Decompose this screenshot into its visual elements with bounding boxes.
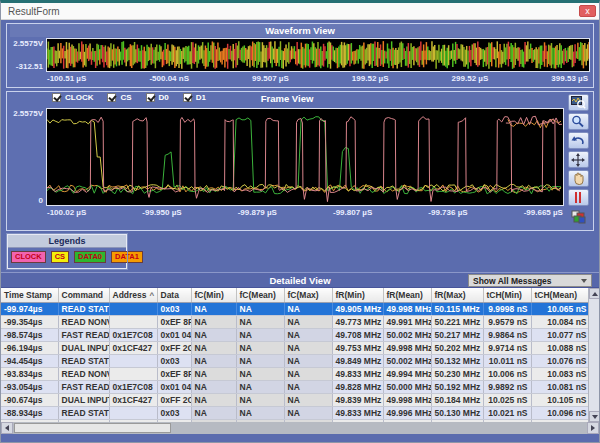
- table-cell: NA: [284, 367, 332, 380]
- table-cell: 49.998 MHz: [383, 393, 431, 406]
- column-header[interactable]: fR(Max): [431, 288, 483, 302]
- channel-checkbox-group: CLOCKCSD0D1: [52, 93, 206, 102]
- table-cell: READ STATUS R...: [58, 302, 109, 315]
- table-cell: 10.077 nS: [531, 328, 590, 341]
- table-cell: NA: [191, 380, 236, 393]
- table-cell: 49.708 MHz: [332, 328, 383, 341]
- waveform-plot[interactable]: [46, 38, 590, 72]
- table-cell: 10.076 nS: [531, 354, 590, 367]
- table-cell: -99.354µs: [1, 315, 58, 328]
- column-header[interactable]: fC(Min): [191, 288, 236, 302]
- table-cell: NA: [236, 393, 284, 406]
- arrow-up-icon: [592, 292, 598, 296]
- table-cell: DUAL INPUT/OU...: [58, 341, 109, 354]
- table-row[interactable]: -93.054µsFAST READ (0Bh)0x1E7C080x01 04 …: [1, 380, 590, 393]
- y-axis-max-label: 2.5575V: [10, 109, 43, 118]
- table-cell: 50.132 MHz: [431, 354, 483, 367]
- column-header[interactable]: fC(Max): [284, 288, 332, 302]
- table-cell: NA: [284, 354, 332, 367]
- table-row[interactable]: -99.974µsREAD STATUS R...0x03NANANA49.90…: [1, 302, 590, 315]
- horizontal-scrollbar[interactable]: [1, 422, 599, 434]
- move-button[interactable]: [568, 151, 589, 168]
- table-cell: NA: [284, 302, 332, 315]
- cursors-button[interactable]: [568, 189, 589, 206]
- palette-button[interactable]: [568, 208, 589, 225]
- table-cell: [109, 302, 157, 315]
- cursors-icon: [572, 191, 584, 204]
- table-cell: 49.753 MHz: [332, 341, 383, 354]
- table-cell: NA: [284, 406, 332, 419]
- table-cell: NA: [191, 393, 236, 406]
- scroll-down-button[interactable]: [589, 411, 599, 422]
- table-cell: 0xEF 8F: [157, 315, 191, 328]
- zoom-button[interactable]: [568, 113, 589, 130]
- scroll-left-button[interactable]: [1, 422, 13, 434]
- table-cell: 50.115 MHz: [431, 302, 483, 315]
- zoom-select-icon: [571, 96, 586, 109]
- channel-checkbox-cs[interactable]: CS: [107, 93, 131, 102]
- table-cell: [109, 367, 157, 380]
- column-header[interactable]: fR(Mean): [383, 288, 431, 302]
- table-cell: 10.084 nS: [531, 315, 590, 328]
- column-header[interactable]: fC(Mean): [236, 288, 284, 302]
- table-cell: 10.105 nS: [531, 393, 590, 406]
- table-cell: 50.221 MHz: [431, 315, 483, 328]
- column-header[interactable]: tCH(Mean): [531, 288, 590, 302]
- table-cell: 0xEF 8F: [157, 367, 191, 380]
- frame-plot[interactable]: [46, 108, 564, 206]
- table-cell: NA: [191, 367, 236, 380]
- column-header[interactable]: Data: [157, 288, 191, 302]
- table-cell: NA: [284, 328, 332, 341]
- table-row[interactable]: -94.454µsREAD STATUS R...0x03NANANA49.84…: [1, 354, 590, 367]
- table-row[interactable]: -90.674µsDUAL INPUT/OU...0x1CF4270xFF 2C…: [1, 393, 590, 406]
- legend-chip-data0: DATA0: [74, 251, 106, 263]
- column-header[interactable]: Command: [58, 288, 109, 302]
- table-cell: 50.230 MHz: [431, 367, 483, 380]
- horizontal-scroll-thumb[interactable]: [14, 423, 171, 433]
- scroll-up-button[interactable]: [589, 288, 599, 299]
- channel-checkbox-clock[interactable]: CLOCK: [52, 93, 93, 102]
- channel-checkbox-d0[interactable]: D0: [146, 93, 169, 102]
- axis-tick-label: -99.665 µS: [524, 208, 563, 217]
- table-row[interactable]: -96.194µsDUAL INPUT/OU...0x1CF4270xFF 2C…: [1, 341, 590, 354]
- axis-tick-label: -99.736 µS: [428, 208, 467, 217]
- table-cell: 9.9579 nS: [483, 315, 531, 328]
- table-cell: NA: [236, 328, 284, 341]
- column-header[interactable]: Time Stamp: [1, 288, 58, 302]
- table-cell: 0x01 04 ...: [157, 328, 191, 341]
- axis-tick-label: -99.879 µS: [238, 208, 277, 217]
- column-header[interactable]: fR(Min): [332, 288, 383, 302]
- checkbox-label: D0: [159, 93, 169, 102]
- column-header[interactable]: Address^: [109, 288, 157, 302]
- undo-button[interactable]: [568, 132, 589, 149]
- y-axis-min-label: 0: [10, 196, 43, 205]
- axis-tick-label: 299.52 µS: [452, 74, 489, 83]
- table-cell: 10.081 nS: [531, 380, 590, 393]
- close-button[interactable]: x: [579, 5, 596, 17]
- table-cell: 50.184 MHz: [431, 393, 483, 406]
- y-axis-max-label: 2.5575V: [10, 39, 43, 48]
- table-cell: 0x03: [157, 406, 191, 419]
- vertical-scrollbar[interactable]: [588, 288, 599, 422]
- axis-tick-label: 399.53 µS: [551, 74, 588, 83]
- zoom-select-button[interactable]: [568, 94, 589, 111]
- checkbox-icon: [52, 93, 61, 102]
- channel-checkbox-d1[interactable]: D1: [183, 93, 206, 102]
- pan-button[interactable]: [568, 170, 589, 187]
- table-cell: READ NONVOLA...: [58, 367, 109, 380]
- column-header[interactable]: tCH(Min): [483, 288, 531, 302]
- table-cell: 0x1CF427: [109, 393, 157, 406]
- scroll-right-button[interactable]: [587, 422, 599, 434]
- table-row[interactable]: -88.934µsREAD STATUS R...0x03NANANA49.83…: [1, 406, 590, 419]
- frame-x-axis: -100.02 µS-99.950 µS-99.879 µS-99.807 µS…: [47, 206, 563, 219]
- table-cell: NA: [191, 302, 236, 315]
- message-filter-dropdown[interactable]: Show All Messages: [468, 274, 592, 287]
- table-cell: 49.773 MHz: [332, 315, 383, 328]
- table-cell: NA: [191, 315, 236, 328]
- table-row[interactable]: -98.574µsFAST READ (0Bh)0x1E7C080x01 04 …: [1, 328, 590, 341]
- table-row[interactable]: -99.354µsREAD NONVOLA...0xEF 8FNANANA49.…: [1, 315, 590, 328]
- waveform-x-axis: -100.51 µS-500.04 nS99.507 µS199.52 µS29…: [47, 72, 588, 85]
- table-row[interactable]: -93.834µsREAD NONVOLA...0xEF 8FNANANA49.…: [1, 367, 590, 380]
- table-cell: 50.192 MHz: [431, 380, 483, 393]
- legend-chip-row: CLOCKCSDATA0DATA1: [8, 248, 126, 266]
